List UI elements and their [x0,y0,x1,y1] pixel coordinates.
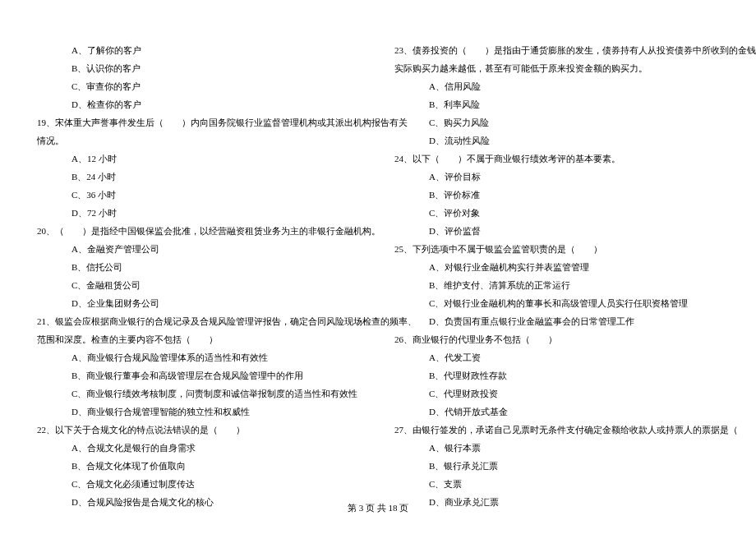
q24-text: 24、以下（ ）不属于商业银行绩效考评的基本要素。 [394,150,719,168]
q23-text-line2: 实际购买力越来越低，甚至有可能低于原来投资金额的购买力。 [394,59,719,77]
q25-option-d: D、负责国有重点银行业金融监事会的日常管理工作 [394,312,719,330]
q19-option-a: A、12 小时 [37,150,362,168]
q19-text-line2: 情况。 [37,131,362,150]
q25-option-a: A、对银行业金融机构实行并表监管管理 [394,258,719,276]
q26-option-d: D、代销开放式基金 [394,403,719,421]
q18-option-b: B、认识你的客户 [37,59,362,77]
q22-option-b: B、合规文化体现了价值取向 [37,457,362,475]
q22-option-a: A、合规文化是银行的自身需求 [37,439,362,457]
q23-text-line1: 23、债券投资的（ ）是指由于通货膨胀的发生，债券持有人从投资债券中所收到的金钱… [394,41,719,59]
q25-option-b: B、维护支付、清算系统的正常运行 [394,276,719,294]
q21-text-line1: 21、银监会应根据商业银行的合规记录及合规风险管理评报告，确定合同风险现场检查的… [37,312,362,330]
right-column: 23、债券投资的（ ）是指由于通货膨胀的发生，债券持有人从投资债券中所收到的金钱… [394,41,719,511]
left-column: A、了解你的客户 B、认识你的客户 C、审查你的客户 D、检查你的客户 19、宋… [37,41,362,511]
q21-option-a: A、商业银行合规风险管理体系的适当性和有效性 [37,348,362,366]
q26-text: 26、商业银行的代理业务不包括（ ） [394,330,719,348]
page-footer: 第 3 页 共 18 页 [0,502,756,514]
q25-option-c: C、对银行业金融机构的董事长和高级管理人员实行任职资格管理 [394,294,719,312]
q21-option-d: D、商业银行合规管理智能的独立性和权威性 [37,403,362,421]
q20-option-c: C、金融租赁公司 [37,276,362,294]
page-content: A、了解你的客户 B、认识你的客户 C、审查你的客户 D、检查你的客户 19、宋… [0,0,756,534]
q20-option-a: A、金融资产管理公司 [37,240,362,258]
q22-option-c: C、合规文化必须通过制度传达 [37,475,362,493]
q19-option-c: C、36 小时 [37,186,362,204]
q20-option-b: B、信托公司 [37,258,362,276]
q24-option-b: B、评价标准 [394,186,719,204]
q18-option-c: C、审查你的客户 [37,77,362,95]
q26-option-b: B、代理财政性存款 [394,366,719,384]
q23-option-b: B、利率风险 [394,95,719,113]
q27-text: 27、由银行签发的，承诺自己见票时无条件支付确定金额给收款人或持票人的票据是（ … [394,421,719,439]
q24-option-d: D、评价监督 [394,222,719,240]
q23-option-c: C、购买力风险 [394,113,719,131]
q26-option-c: C、代理财政投资 [394,384,719,403]
q23-option-a: A、信用风险 [394,77,719,95]
q18-option-d: D、检查你的客户 [37,95,362,113]
q19-option-d: D、72 小时 [37,204,362,222]
q24-option-c: C、评价对象 [394,204,719,222]
q26-option-a: A、代发工资 [394,348,719,366]
q25-text: 25、下列选项中不属于银监会监管职责的是（ ） [394,240,719,258]
q27-option-a: A、银行本票 [394,439,719,457]
q20-option-d: D、企业集团财务公司 [37,294,362,312]
q24-option-a: A、评价目标 [394,168,719,186]
q21-text-line2: 范围和深度。检查的主要内容不包括（ ） [37,330,362,348]
q21-option-c: C、商业银行绩效考核制度，问责制度和诚信举报制度的适当性和有效性 [37,384,362,403]
q27-option-c: C、支票 [394,475,719,493]
q18-option-a: A、了解你的客户 [37,41,362,59]
q21-option-b: B、商业银行董事会和高级管理层在合规风险管理中的作用 [37,366,362,384]
q22-text: 22、以下关于合规文化的特点说法错误的是（ ） [37,421,362,439]
q23-option-d: D、流动性风险 [394,131,719,150]
q19-option-b: B、24 小时 [37,168,362,186]
q19-text-line1: 19、宋体重大声誉事件发生后（ ）内向国务院银行业监督管理机构或其派出机构报告有… [37,113,362,131]
q20-text: 20、（ ）是指经中国银保监会批准，以经营融资租赁业务为主的非银行金融机构。 [37,222,362,240]
q27-option-b: B、银行承兑汇票 [394,457,719,475]
